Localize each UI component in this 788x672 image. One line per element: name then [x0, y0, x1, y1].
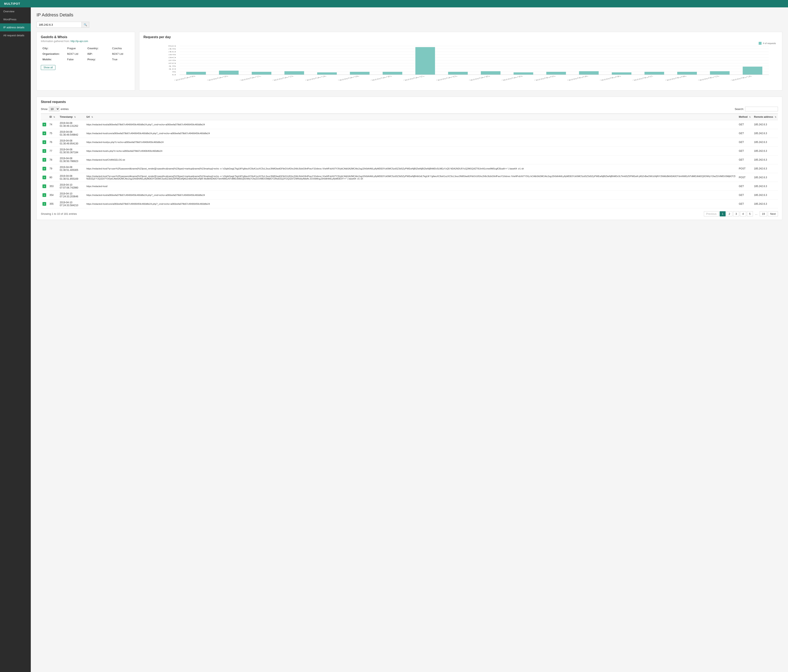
timestamp-cell: 2019-04-08 01:30:49.549842 — [58, 129, 85, 138]
col-header-method[interactable]: Method ⇅ — [737, 114, 752, 120]
remote-cell: 185.242.6.3 — [752, 138, 778, 147]
sidebar: Overview WordPress IP address details Al… — [0, 7, 31, 672]
sidebar-item-ip-address-details[interactable]: IP address details — [0, 24, 31, 32]
page-btn-2[interactable]: 2 — [726, 211, 732, 216]
svg-text:2019-04-23: 2019-04-23 — [435, 76, 459, 81]
url-cell: https://redacted-host/?q=user%2Fpassword… — [85, 164, 737, 173]
expand-cell: + — [41, 129, 48, 138]
sort-icon-remote: ⇅ — [775, 116, 776, 118]
svg-rect-46 — [579, 71, 599, 74]
svg-rect-40 — [481, 71, 500, 74]
col-header-remote[interactable]: Remote address ⇅ — [752, 114, 778, 120]
col-header-timestamp[interactable]: Timestamp ⇅ — [58, 114, 85, 120]
table-row: + 77 2019-04-08 01:30:50.367184 https://… — [41, 147, 778, 155]
method-cell: GET — [737, 129, 752, 138]
expand-cell: + — [41, 191, 48, 200]
row-expand-button[interactable]: + — [43, 140, 46, 144]
svg-rect-54 — [710, 71, 730, 74]
expand-cell: + — [41, 147, 48, 155]
timestamp-cell: 2019-04-08 01:30:51.405305 — [58, 164, 85, 173]
row-expand-button[interactable]: + — [43, 123, 46, 126]
ip-search-input[interactable] — [37, 22, 82, 28]
svg-rect-50 — [645, 72, 664, 74]
id-cell: 75 — [48, 129, 58, 138]
svg-text:15: 15 — [168, 65, 176, 67]
sidebar-item-all-request-details[interactable]: All request details — [0, 32, 31, 40]
timestamp-cell: 2019-04-10 07:24:33.584210 — [58, 200, 85, 208]
page-btn-5[interactable]: 5 — [747, 211, 753, 216]
geoinfo-link[interactable]: http://ip-api.com — [71, 40, 88, 43]
svg-rect-30 — [317, 73, 337, 74]
entries-label: entries — [61, 108, 69, 111]
table-controls: Show 10 25 50 100 entries Search: — [41, 107, 778, 111]
svg-rect-36 — [415, 47, 435, 74]
sidebar-item-overview[interactable]: Overview — [0, 7, 31, 15]
layout: Overview WordPress IP address details Al… — [0, 7, 788, 672]
table-row: + 80 2019-04-08 01:30:51.855169 https://… — [41, 173, 778, 182]
row-expand-button[interactable]: + — [43, 158, 46, 162]
table-row: + 74 2019-04-08 01:30:49.131262 https://… — [41, 120, 778, 129]
expand-cell: + — [41, 120, 48, 129]
svg-text:2019-05-14: 2019-05-14 — [729, 76, 753, 81]
row-expand-button[interactable]: + — [43, 167, 46, 170]
svg-rect-48 — [612, 73, 631, 74]
chart-card: Requests per day # of requests 051015202… — [139, 32, 782, 90]
svg-text:5: 5 — [172, 71, 176, 73]
table-row: + 75 2019-04-08 01:30:49.549842 https://… — [41, 129, 778, 138]
expand-cell: + — [41, 182, 48, 191]
col-header-expand — [41, 114, 48, 120]
page-btn-3[interactable]: 3 — [733, 211, 739, 216]
table-row: + 353 2019-04-10 07:07:06.742980 https:/… — [41, 182, 778, 191]
svg-rect-34 — [383, 72, 402, 74]
row-expand-button[interactable]: + — [43, 132, 46, 135]
svg-text:20: 20 — [168, 62, 176, 64]
entries-select[interactable]: 10 25 50 100 — [49, 107, 59, 111]
search-button[interactable]: 🔍 — [82, 22, 89, 28]
requests-table: ID ⇅ Timestamp ⇅ Url ⇅ Method ⇅ Remote a… — [41, 113, 778, 208]
url-cell: https://redacted-host/core/a060eefa079b6… — [85, 200, 737, 208]
method-cell: POST — [737, 173, 752, 182]
table-search-input[interactable] — [745, 107, 778, 111]
id-cell: 77 — [48, 147, 58, 155]
page-btn-19[interactable]: 19 — [760, 211, 767, 216]
col-header-id[interactable]: ID ⇅ — [48, 114, 58, 120]
sort-icon-id: ⇅ — [53, 116, 55, 118]
geoinfo-subtitle: Information gathered from: http://ip-api… — [41, 40, 131, 43]
svg-text:35: 35 — [168, 54, 176, 55]
row-expand-button[interactable]: + — [43, 193, 46, 197]
remote-cell: 185.242.6.3 — [752, 200, 778, 208]
url-cell: https://redacted-host/ps.php?c=echo+a060… — [85, 138, 737, 147]
svg-text:2019-04-25: 2019-04-25 — [468, 76, 491, 81]
row-expand-button[interactable]: + — [43, 149, 46, 153]
expand-cell: + — [41, 155, 48, 164]
page-btn-1[interactable]: 1 — [720, 211, 726, 216]
topbar: MULTIPOT — [0, 0, 788, 7]
svg-text:30: 30 — [168, 57, 176, 59]
search-bar: 🔍 — [37, 22, 782, 28]
svg-rect-38 — [448, 72, 468, 74]
svg-text:2019-05-13: 2019-05-13 — [697, 76, 720, 81]
row-expand-button[interactable]: + — [43, 184, 46, 188]
next-button[interactable]: Next — [768, 211, 778, 216]
svg-text:2019-04-21: 2019-04-21 — [402, 76, 426, 81]
geoinfo-table: City: Prague Country: Czechia Organizati… — [41, 46, 131, 62]
svg-text:2019-04-10: 2019-04-10 — [206, 76, 230, 81]
row-expand-button[interactable]: + — [43, 202, 46, 206]
show-entries-control: Show 10 25 50 100 entries — [41, 107, 69, 111]
chart-legend: # of requests — [759, 42, 776, 45]
svg-rect-22 — [186, 72, 206, 74]
row-expand-button[interactable]: + — [43, 176, 46, 179]
timestamp-cell: 2019-04-10 07:07:06.742980 — [58, 182, 85, 191]
previous-button[interactable]: Previous — [704, 211, 719, 216]
show-all-button[interactable]: Show all — [41, 65, 56, 70]
page-btn-4[interactable]: 4 — [740, 211, 746, 216]
svg-text:2019-04-20: 2019-04-20 — [369, 76, 393, 81]
svg-text:2019-05-08: 2019-05-08 — [664, 76, 688, 81]
show-label: Show — [41, 108, 48, 111]
sidebar-item-wordpress[interactable]: WordPress — [0, 15, 31, 24]
timestamp-cell: 2019-04-08 01:30:50.786923 — [58, 155, 85, 164]
pagination-controls: Previous 1 2 3 4 5 … 19 Next — [704, 211, 778, 216]
table-row: + 78 2019-04-08 01:30:50.786923 https://… — [41, 155, 778, 164]
col-header-url[interactable]: Url ⇅ — [85, 114, 737, 120]
svg-rect-24 — [219, 71, 239, 74]
